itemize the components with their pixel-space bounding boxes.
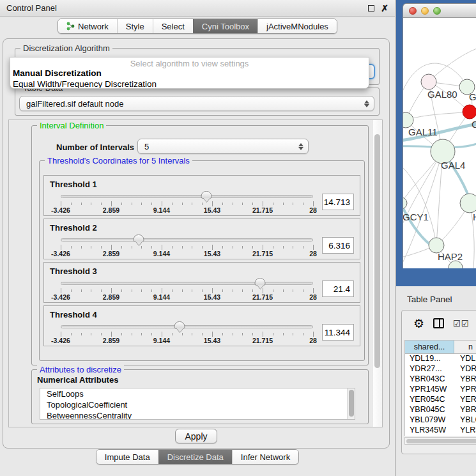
- close-traffic-light-icon[interactable]: [409, 7, 417, 15]
- table-panel-body: ⚙ ☑☑ shared... n YDL19... YDL1 YDR27...: [401, 310, 476, 454]
- table-data-group: Table Data galFiltered.sif default node: [15, 88, 380, 116]
- list-item[interactable]: BetweennessCentrality: [40, 410, 355, 420]
- network-graph: GAL80 GA C GAL11 GAL4 GCY1 H HAP2: [403, 18, 476, 268]
- table-data-value: galFiltered.sif default node: [26, 99, 123, 109]
- table-row[interactable]: YDR27... YDR2: [405, 364, 476, 374]
- bottom-tab-bar: Impute Data Discretize Data Infer Networ…: [0, 449, 395, 467]
- tab-style[interactable]: Style: [117, 19, 153, 33]
- column-header-shared[interactable]: shared...: [405, 341, 454, 353]
- scrollbar-thumb[interactable]: [406, 439, 476, 443]
- table-row[interactable]: YPR145W YPR1: [405, 385, 476, 395]
- threshold-3-value[interactable]: 21.4: [322, 280, 354, 297]
- attributes-group-label: Attributes to discretize: [37, 365, 124, 374]
- float-window-icon[interactable]: [368, 5, 374, 12]
- control-panel: Control Panel ✗ Network Styl: [0, 0, 395, 476]
- popup-item-manual-discretization[interactable]: Manual Discretization: [10, 68, 369, 79]
- table-row[interactable]: YDL19... YDL1: [405, 354, 476, 364]
- node-label: GAL11: [408, 127, 438, 137]
- column-header-name[interactable]: n: [454, 341, 476, 353]
- network-window-titlebar[interactable]: [403, 3, 476, 18]
- thresholds-group-label: Threshold's Coordinates for 5 Intervals: [45, 156, 192, 165]
- node-h[interactable]: [460, 194, 476, 213]
- minimize-traffic-light-icon[interactable]: [421, 7, 429, 15]
- interval-definition-label: Interval Definition: [37, 121, 106, 130]
- threshold-2-panel: Threshold 2 -3.426 2.859 9.144: [43, 219, 360, 259]
- numerical-attributes-label: Numerical Attributes: [37, 375, 118, 385]
- network-window: GAL80 GA C GAL11 GAL4 GCY1 H HAP2: [403, 3, 476, 269]
- tab-discretize-data[interactable]: Discretize Data: [158, 450, 232, 464]
- threshold-1-value[interactable]: 14.713: [322, 194, 354, 210]
- table-panel: Table Panel ⚙ ☑☑ shared... n YDL19... YD…: [396, 286, 476, 476]
- node-label: GAL4: [441, 160, 465, 171]
- popup-item-equal-width-frequency[interactable]: Equal Width/Frequency Discretization: [10, 79, 369, 89]
- right-region: GAL80 GA C GAL11 GAL4 GCY1 H HAP2 Table: [396, 0, 476, 476]
- scrollbar-thumb[interactable]: [374, 134, 380, 368]
- settings-scrollbar[interactable]: [372, 120, 382, 427]
- slider-thumb[interactable]: [134, 234, 144, 242]
- settings-scroll-area: Interval Definition Number of Intervals …: [8, 119, 383, 427]
- list-scrollbar[interactable]: [347, 388, 355, 419]
- discretization-algorithm-label: Discretization Algorithm: [20, 43, 112, 53]
- threshold-1-panel: Threshold 1 -3.426 2.859 9.144: [43, 175, 360, 216]
- network-icon: [66, 22, 75, 31]
- zoom-traffic-light-icon[interactable]: [433, 7, 441, 15]
- table-header-row: shared... n: [405, 341, 476, 354]
- threshold-2-value[interactable]: 6.316: [322, 237, 354, 254]
- tab-select[interactable]: Select: [153, 19, 193, 33]
- node-label: H: [473, 211, 476, 222]
- table-row[interactable]: YBR045C YBR0: [405, 405, 476, 415]
- threshold-1-slider[interactable]: -3.426 2.859 9.144 15.43 21.715 28: [61, 190, 313, 214]
- tab-cyni-toolbox[interactable]: Cyni Toolbox: [193, 19, 257, 33]
- threshold-2-slider[interactable]: -3.426 2.859 9.144 15.43 21.715 28: [61, 233, 313, 257]
- threshold-3-panel: Threshold 3 -3.426 2.859 9.144: [43, 262, 360, 303]
- table-toolbar: ⚙ ☑☑: [402, 311, 476, 336]
- table-horizontal-scrollbar[interactable]: [404, 437, 476, 445]
- combo-stepper-icon: [364, 100, 369, 107]
- node-gal80[interactable]: [421, 74, 436, 89]
- threshold-4-value[interactable]: 11.344: [322, 324, 354, 341]
- cyni-toolbox-content: Discretization Algorithm Select algorith…: [3, 38, 390, 449]
- threshold-4-slider[interactable]: -3.426 2.859 9.144 15.43 21.715 28: [61, 320, 313, 344]
- gear-icon[interactable]: ⚙: [413, 318, 424, 330]
- number-of-intervals-combobox[interactable]: 5: [137, 139, 309, 154]
- node-red-selected[interactable]: [463, 105, 476, 119]
- application-root: Control Panel ✗ Network Styl: [0, 0, 476, 476]
- table-panel-title: Table Panel: [407, 295, 452, 304]
- threshold-3-slider[interactable]: -3.426 2.859 9.144 15.43 21.715 28: [61, 277, 313, 301]
- slider-thumb[interactable]: [255, 278, 266, 286]
- tab-jactivemnodules[interactable]: jActiveMNodules: [257, 19, 337, 33]
- control-panel-titlebar: Control Panel ✗: [0, 0, 395, 17]
- close-icon[interactable]: ✗: [381, 5, 388, 12]
- attributes-group: Attributes to discretize Numerical Attri…: [31, 369, 369, 424]
- node-label: GCY1: [403, 211, 429, 222]
- panel-title: Control Panel: [6, 3, 57, 13]
- number-of-intervals-label: Number of Intervals: [56, 142, 134, 152]
- numerical-attributes-list[interactable]: SelfLoops TopologicalCoefficient Between…: [40, 388, 355, 420]
- interval-definition-group: Interval Definition Number of Intervals …: [31, 125, 369, 365]
- node-label: GA: [469, 91, 476, 102]
- network-canvas[interactable]: GAL80 GA C GAL11 GAL4 GCY1 H HAP2: [403, 18, 476, 268]
- node-gcy1[interactable]: [403, 197, 407, 209]
- slider-thumb[interactable]: [174, 321, 185, 329]
- threshold-4-panel: Threshold 4 -3.426 2.859 9.144: [43, 305, 360, 346]
- node-label: C: [472, 119, 476, 130]
- table-row[interactable]: YBL079W YBL0: [405, 415, 476, 426]
- top-tab-bar: Network Style Select Cyni Toolbox jActiv…: [0, 19, 395, 35]
- split-columns-icon[interactable]: [433, 318, 444, 328]
- table-row[interactable]: YER054C YER0: [405, 395, 476, 405]
- node-label: GAL80: [427, 89, 457, 100]
- table-row[interactable]: YBR043C YBR0: [405, 374, 476, 385]
- apply-button[interactable]: Apply: [175, 429, 217, 443]
- slider-thumb[interactable]: [201, 191, 211, 199]
- node-table[interactable]: shared... n YDL19... YDL1 YDR27... YDR2 …: [404, 340, 476, 436]
- tab-impute-data[interactable]: Impute Data: [96, 450, 158, 464]
- table-data-combobox[interactable]: galFiltered.sif default node: [19, 96, 374, 111]
- popup-placeholder: Select algorithm to view settings: [10, 58, 369, 68]
- checked-checkbox-icons[interactable]: ☑☑: [453, 319, 469, 328]
- tab-network[interactable]: Network: [58, 19, 117, 33]
- table-row[interactable]: YLR345W YLR3: [405, 426, 476, 436]
- tab-infer-network[interactable]: Infer Network: [232, 450, 298, 464]
- combo-stepper-icon: [298, 143, 303, 150]
- list-item[interactable]: TopologicalCoefficient: [40, 399, 355, 410]
- list-item[interactable]: SelfLoops: [40, 388, 355, 399]
